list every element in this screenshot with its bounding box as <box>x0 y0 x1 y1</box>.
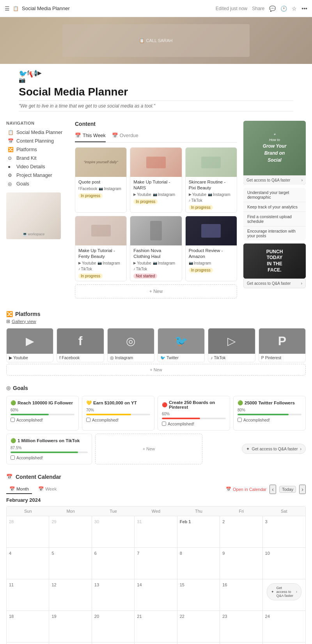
motivational-cta[interactable]: Get access to Q&A faster › <box>243 279 306 288</box>
content-card-0[interactable]: "inspire yourself daily" Quote post fFac… <box>75 147 127 213</box>
goals-cta-button[interactable]: ✦ Get access to Q&A faster › <box>242 444 306 454</box>
cal-cell-w5-0[interactable]: 25 <box>7 642 49 644</box>
tab-month[interactable]: 📅 Month <box>6 485 32 494</box>
topbar-right: Edited just now Share 💬 🕐 ☆ ••• <box>216 5 307 12</box>
sidebar-item-social-media-planner[interactable]: 📋 Social Media Planner <box>6 129 69 136</box>
goal-checkbox-2[interactable]: Accomplished! <box>162 422 226 426</box>
cal-cell-w3-5[interactable]: 16 <box>220 579 262 610</box>
cal-cell-w1-5[interactable]: 2 <box>220 516 262 547</box>
platform-card-twitter[interactable]: 🐦 🐦 Twitter <box>158 328 205 362</box>
cal-cell-w4-4[interactable]: 22 <box>177 611 220 642</box>
goal-check-2[interactable] <box>162 422 166 426</box>
cal-cell-w2-1[interactable]: 5 <box>49 548 92 579</box>
cal-cell-w3-3[interactable]: 14 <box>135 579 177 610</box>
menu-icon[interactable]: ☰ <box>5 5 10 12</box>
cal-cell-w2-5[interactable]: 9 <box>220 548 262 579</box>
cal-cell-w3-1[interactable]: 12 <box>49 579 92 610</box>
cal-cell-w2-0[interactable]: 4 <box>7 548 49 579</box>
cal-cell-w3-4[interactable]: 15 <box>177 579 220 610</box>
cal-cell-w1-0[interactable]: 28 <box>7 516 49 547</box>
brand-kit-icon: ⊙ <box>8 155 14 161</box>
content-card-2[interactable]: Skincare Routine - Pixi Beauty ▶Youtube … <box>185 147 237 213</box>
open-calendar-button[interactable]: 📅 Open in Calendar <box>226 487 266 492</box>
cal-cell-w1-2[interactable]: 30 <box>92 516 135 547</box>
comment-icon[interactable]: 💬 <box>269 5 276 12</box>
add-platform[interactable]: + New <box>6 364 306 376</box>
goal-check-bottom[interactable] <box>11 455 15 460</box>
goal-card-3[interactable]: 🟢 25000 Twitter Followers 80% Accomplish… <box>233 396 306 431</box>
sidebar-item-goals[interactable]: ◎ Goals <box>6 180 69 188</box>
cal-cell-w4-5[interactable]: 23 <box>220 611 262 642</box>
sidebar-item-brand-kit[interactable]: ⊙ Brand Kit <box>6 154 69 162</box>
cal-cell-w4-2[interactable]: 20 <box>92 611 135 642</box>
content-card-1[interactable]: Make Up Tutorial - NARS ▶Youtube 📷Instag… <box>130 147 182 213</box>
goal-checkbox-0[interactable]: Accomplished! <box>11 418 74 422</box>
goal-card-1[interactable]: 💛 Earn $100,000 on YT 70% Accomplished! <box>82 396 154 431</box>
more-icon[interactable]: ••• <box>301 5 307 12</box>
this-week-icon: 📅 <box>75 132 81 138</box>
add-new-content[interactable]: + New <box>75 284 237 298</box>
today-button[interactable]: Today <box>279 486 296 493</box>
goal-progress-fill-3 <box>238 414 289 415</box>
cal-cell-w3-0[interactable]: 11 <box>7 579 49 610</box>
tab-week[interactable]: 📅 Week <box>35 485 60 494</box>
platform-card-youtube[interactable]: ▶ ▶ Youtube <box>6 328 53 362</box>
platform-card-facebook[interactable]: f f Facebook <box>57 328 104 362</box>
platform-card-tiktok[interactable]: ▷ ♪ TikTok <box>208 328 255 362</box>
next-month-button[interactable]: › <box>299 485 306 494</box>
share-button[interactable]: Share <box>252 6 264 11</box>
platform-card-instagram[interactable]: ◎ ◎ Instagram <box>107 328 154 362</box>
cal-cell-w1-1[interactable]: 29 <box>49 516 92 547</box>
goals-header: ◎ Goals <box>6 385 306 391</box>
pinterest-logo: P <box>278 334 286 348</box>
sidebar-item-platforms[interactable]: 🔀 Platforms <box>6 146 69 154</box>
goal-checkbox-1[interactable]: Accomplished! <box>86 418 150 422</box>
cal-cell-w4-1[interactable]: 19 <box>49 611 92 642</box>
content-card-3[interactable]: Make Up Tutorial - Fenty Beauty ▶Youtube… <box>75 216 127 281</box>
goal-card-2[interactable]: 🔴 Create 250 Boards on Pinterest 60% Acc… <box>158 396 230 431</box>
calendar-cta-w3[interactable]: ✦ Get access to Q&A faster › <box>267 583 301 600</box>
cal-cell-w1-3[interactable]: 31 <box>135 516 177 547</box>
card-image-5 <box>186 216 237 245</box>
platform-card-pinterest[interactable]: P P Pinterest <box>259 328 306 362</box>
banner-cta[interactable]: Get access to Q&A faster › <box>243 175 306 185</box>
content-card-5[interactable]: Product Review - Amazon 📷Instagram In pr… <box>185 216 237 281</box>
cal-cell-w4-6[interactable]: 24 <box>263 611 305 642</box>
goal-check-3[interactable] <box>238 418 242 422</box>
cal-cell-w5-2[interactable]: 27 <box>92 642 135 644</box>
tab-overdue[interactable]: 📅 Overdue <box>112 131 138 142</box>
cal-cell-w5-4[interactable]: 29 <box>177 642 220 644</box>
gallery-view-label[interactable]: ⊞ Gallery view <box>6 319 306 324</box>
prev-month-button[interactable]: ‹ <box>269 485 276 494</box>
cal-cell-w2-2[interactable]: 6 <box>92 548 135 579</box>
sidebar-item-video-details[interactable]: ● Video Details <box>6 163 69 171</box>
content-card-4[interactable]: Fashion Nova Clothing Haul ▶Youtube 📷Ins… <box>130 216 182 281</box>
cal-cell-w3-2[interactable]: 13 <box>92 579 135 610</box>
cal-cell-w4-0[interactable]: 18 <box>7 611 49 642</box>
cal-cell-w5-6[interactable]: 2 <box>263 642 305 644</box>
sidebar-item-content-planning[interactable]: 📅 Content Planning <box>6 137 69 145</box>
goal-card-0[interactable]: 🟢 Reach 100000 IG Follower 60% Accomplis… <box>6 396 79 431</box>
cal-cell-w3-6[interactable]: ✦ Get access to Q&A faster › <box>263 579 305 610</box>
tips-list: Understand your target demographic Keep … <box>243 188 306 240</box>
tab-this-week[interactable]: 📅 This Week <box>75 131 106 142</box>
cal-cell-w2-6[interactable]: 10 <box>263 548 305 579</box>
cal-cell-w2-3[interactable]: 7 <box>135 548 177 579</box>
cal-cell-w1-4[interactable]: Feb 1 <box>177 516 220 547</box>
cal-cell-w5-1[interactable]: 26 <box>49 642 92 644</box>
add-goal-button[interactable]: + New <box>95 434 202 464</box>
cal-cell-w5-5[interactable]: Mar 1 <box>220 642 262 644</box>
goal-card-bottom[interactable]: 🟢 1 Million Followers on TikTok 87.5% Ac… <box>6 434 92 464</box>
sidebar-item-project-manager[interactable]: ⚙ Project Manager <box>6 171 69 179</box>
cal-cell-w1-6[interactable]: 3 <box>263 516 305 547</box>
star-icon[interactable]: ☆ <box>292 5 297 12</box>
goal-check-1[interactable] <box>86 418 90 422</box>
card-title-4: Fashion Nova Clothing Haul <box>133 248 178 259</box>
goal-checkbox-bottom[interactable]: Accomplished! <box>11 455 88 460</box>
goal-check-0[interactable] <box>11 418 15 422</box>
goal-checkbox-3[interactable]: Accomplished! <box>238 418 301 422</box>
clock-icon[interactable]: 🕐 <box>280 5 287 12</box>
cal-cell-w4-3[interactable]: 21 <box>135 611 177 642</box>
cal-cell-w5-3[interactable]: 28 <box>135 642 177 644</box>
cal-cell-w2-4[interactable]: 8 <box>177 548 220 579</box>
